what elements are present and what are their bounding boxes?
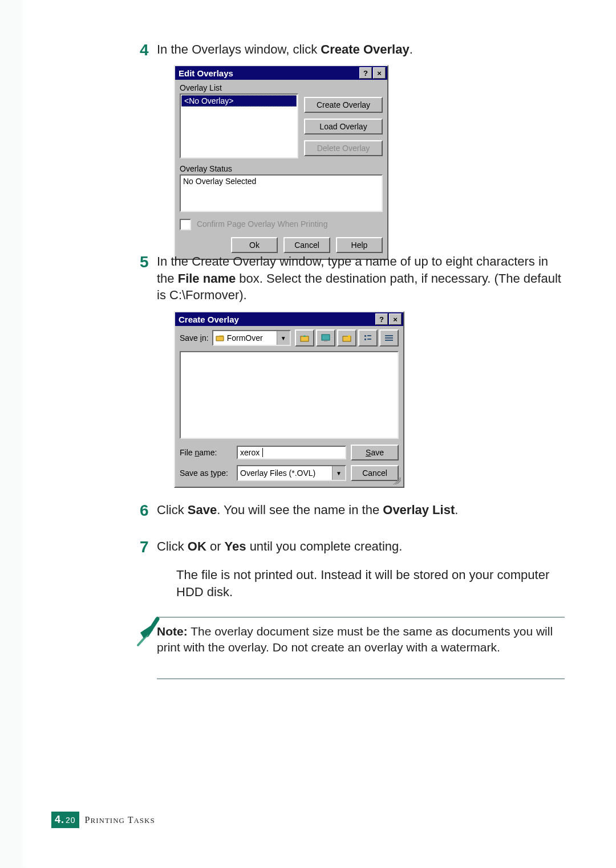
note-bottom-rule [157, 678, 565, 679]
step-5-text: In the Create Overlay window, type a nam… [157, 253, 565, 304]
note-text: Note: The overlay document size must be … [157, 624, 565, 656]
step-5-number: 5 [140, 253, 149, 271]
document-page: 4 In the Overlays window, click Create O… [0, 0, 616, 868]
svg-rect-1 [322, 335, 330, 340]
step-4-pre: In the Overlays window, click [157, 42, 321, 56]
note-body: The overlay document size must be the sa… [157, 625, 553, 654]
svg-rect-2 [324, 340, 327, 341]
edit-overlays-dialog: Edit Overlays ? × Overlay List <No Overl… [174, 65, 388, 260]
help-icon[interactable]: ? [359, 67, 372, 79]
delete-overlay-button: Delete Overlay [304, 140, 383, 156]
save-as-type-select[interactable]: Overlay Files (*.OVL) ▼ [237, 465, 346, 481]
file-name-input[interactable]: xerox [237, 446, 346, 459]
step-5-bold: File name [178, 271, 236, 286]
step-7-number: 7 [140, 538, 149, 556]
new-folder-icon[interactable] [337, 329, 356, 347]
step-7-b2: Yes [225, 539, 246, 553]
step-7-b1: OK [188, 539, 206, 553]
confirm-checkbox-label: Confirm Page Overlay When Printing [197, 219, 328, 229]
overlay-listbox[interactable]: <No Overlay> [180, 93, 298, 158]
create-overlay-dialog: Create Overlay ? × Save in: FormOver ▼ [174, 311, 404, 488]
list-view-icon[interactable] [358, 329, 378, 347]
step-7: 7 Click OK or Yes until you complete cre… [157, 538, 565, 555]
save-in-select[interactable]: FormOver ▼ [212, 330, 291, 346]
close-icon[interactable]: × [373, 67, 386, 79]
create-overlay-title: Create Overlay [179, 315, 239, 324]
step-6-b1: Save [188, 503, 217, 517]
step-4-post: . [410, 42, 413, 56]
page-number: 20 [66, 816, 76, 825]
save-in-label: Save in: [180, 333, 209, 343]
file-name-value: xerox [240, 448, 260, 457]
step-6-post: . [455, 503, 458, 517]
resize-grip-icon[interactable] [393, 476, 401, 484]
step-7-mid: or [206, 539, 225, 553]
overlay-status-label: Overlay Status [180, 164, 383, 173]
overlay-list-item-selected[interactable]: <No Overlay> [181, 95, 297, 107]
step-7-post: until you complete creating. [246, 539, 403, 553]
footer-label: PRINTING TASKS [85, 815, 155, 825]
step-6-mid: . You will see the name in the [217, 503, 383, 517]
step-7-pre: Click [157, 539, 188, 553]
step-4-text: In the Overlays window, click Create Ove… [157, 41, 565, 58]
load-overlay-button[interactable]: Load Overlay [304, 119, 383, 135]
file-list-pane[interactable] [180, 351, 399, 439]
note-lead: Note: [157, 625, 188, 638]
save-button[interactable]: Save [351, 445, 399, 461]
step-7-body: The file is not printed out. Instead it … [157, 567, 565, 600]
help-button[interactable]: Help [336, 237, 383, 253]
save-as-type-label: Save as type: [180, 468, 232, 478]
up-one-level-icon[interactable] [295, 329, 314, 347]
edit-overlays-title: Edit Overlays [179, 68, 233, 78]
cancel-button-2[interactable]: Cancel [351, 465, 399, 481]
step-7-text: Click OK or Yes until you complete creat… [157, 538, 565, 555]
confirm-checkbox [180, 219, 191, 230]
file-name-label: File name: [180, 448, 232, 457]
step-6-b2: Overlay List [383, 503, 455, 517]
note-top-rule [157, 617, 565, 618]
edit-overlays-titlebar[interactable]: Edit Overlays ? × [175, 66, 387, 80]
step-6-text: Click Save. You will see the name in the… [157, 502, 565, 519]
step-6-number: 6 [140, 502, 149, 520]
page-footer: 4.20 PRINTING TASKS [51, 812, 155, 828]
folder-open-icon [216, 334, 225, 342]
close-icon[interactable]: × [389, 313, 402, 325]
chevron-down-icon[interactable]: ▼ [332, 466, 345, 480]
save-in-value: FormOver [227, 333, 263, 343]
chapter-number: 4. [55, 814, 64, 826]
side-tab-decoration [0, 0, 27, 868]
create-overlay-titlebar[interactable]: Create Overlay ? × [175, 312, 403, 326]
overlay-list-label: Overlay List [180, 83, 383, 92]
svg-rect-0 [301, 336, 309, 341]
create-overlay-button[interactable]: Create Overlay [304, 97, 383, 113]
details-view-icon[interactable] [379, 329, 399, 347]
save-as-type-value: Overlay Files (*.OVL) [240, 468, 315, 478]
step-7-body-text: The file is not printed out. Instead it … [176, 567, 565, 600]
ok-button[interactable]: Ok [231, 237, 278, 253]
desktop-icon[interactable] [316, 329, 335, 347]
svg-rect-3 [343, 336, 351, 341]
help-icon[interactable]: ? [375, 313, 388, 325]
chevron-down-icon[interactable]: ▼ [277, 331, 290, 345]
cancel-button[interactable]: Cancel [283, 237, 330, 253]
overlay-status-box: No Overlay Selected [180, 174, 383, 212]
step-4-bold: Create Overlay [321, 42, 409, 56]
page-number-box: 4.20 [51, 812, 79, 828]
step-6: 6 Click Save. You will see the name in t… [157, 502, 565, 519]
step-4-number: 4 [140, 41, 149, 59]
overlay-status-text: No Overlay Selected [183, 177, 256, 186]
step-6-pre: Click [157, 503, 188, 517]
step-4: 4 In the Overlays window, click Create O… [157, 41, 565, 58]
step-5: 5 In the Create Overlay window, type a n… [157, 253, 565, 304]
